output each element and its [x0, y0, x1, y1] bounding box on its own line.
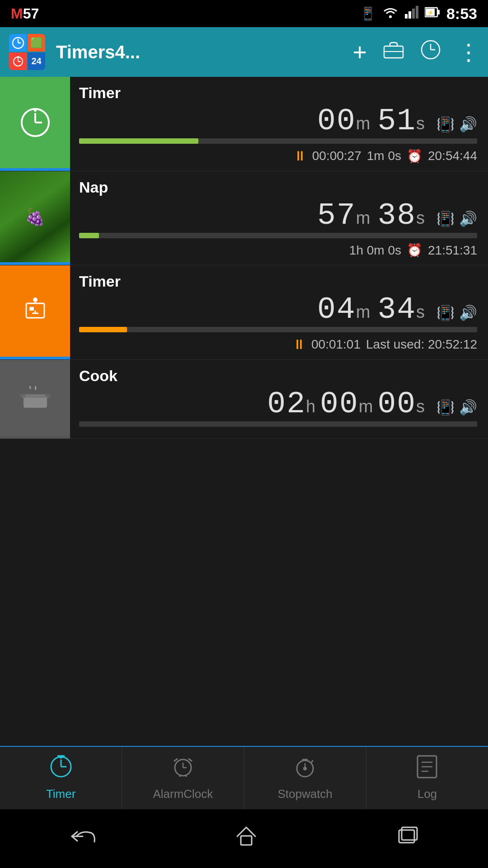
timer-elapsed-1: 00:00:27 — [312, 149, 361, 163]
pause-icon-1: ⏸ — [293, 148, 307, 164]
svg-rect-30 — [29, 307, 34, 311]
svg-rect-2 — [408, 11, 411, 19]
timer-elapsed-3: 00:01:01 — [311, 337, 361, 352]
add-button[interactable]: + — [352, 38, 367, 66]
battery-icon: ⚡ — [425, 6, 440, 22]
svg-rect-4 — [416, 6, 418, 19]
svg-text:⚡: ⚡ — [427, 9, 434, 16]
app-logo: 🟩 24 — [9, 34, 45, 70]
sys-nav — [0, 809, 488, 868]
svg-rect-1 — [405, 14, 408, 19]
nav-timer[interactable]: Timer — [0, 747, 122, 809]
timer-name-1: Timer — [79, 84, 477, 102]
progress-bar-2 — [79, 233, 477, 238]
nav-alarmclock-icon — [171, 755, 195, 783]
timer-display-1: 00 m 51 s 📳 🔊 — [79, 104, 477, 138]
timer-thumb-img-3 — [0, 265, 70, 357]
progress-fill-2 — [79, 233, 99, 238]
timer-total-1: 1m 0s — [367, 149, 401, 163]
app-bar-actions: + ⋮ — [352, 38, 479, 66]
timer-name-4: Cook — [79, 367, 477, 385]
timer-item-3[interactable]: Timer 04 m 34 s 📳 🔊 ⏸ 00:01:01 Last used… — [0, 265, 488, 360]
svg-line-52 — [311, 760, 313, 762]
recents-button[interactable] — [396, 826, 419, 851]
sound-icon-1: 🔊 — [459, 116, 477, 133]
more-menu-button[interactable]: ⋮ — [457, 39, 479, 65]
svg-line-43 — [174, 759, 178, 761]
nav-log-icon — [416, 755, 438, 783]
logo-q4: 24 — [28, 52, 45, 70]
timer-item-2[interactable]: 🍇 Nap 57 m 38 s 📳 🔊 1h 0m 0s ⏰ 21 — [0, 171, 488, 265]
timer-total-2: 1h 0m 0s — [349, 243, 401, 258]
logo-q2: 🟩 — [28, 34, 45, 52]
timer-thumb-4 — [0, 360, 70, 439]
svg-rect-34 — [45, 394, 51, 397]
vibrate-icon-1: 📳 — [436, 116, 455, 133]
timer-alarm-2: 21:51:31 — [428, 243, 477, 258]
timer-min-1: 00 — [317, 104, 356, 138]
timer-status-3: ⏸ 00:01:01 Last used: 20:52:12 — [79, 337, 477, 352]
world-clock-icon[interactable] — [420, 39, 441, 65]
timer-content-1: Timer 00 m 51 s 📳 🔊 ⏸ 00:00:27 1m 0s ⏰ 2… — [70, 77, 488, 171]
timer-display-3: 04 m 34 s 📳 🔊 — [79, 292, 477, 327]
rotate-icon: 📱 — [360, 6, 376, 21]
timer-item-1[interactable]: Timer 00 m 51 s 📳 🔊 ⏸ 00:00:27 1m 0s ⏰ 2… — [0, 77, 488, 171]
vibrate-icon-4: 📳 — [436, 399, 455, 416]
timer-indicator-1 — [0, 168, 70, 171]
svg-point-24 — [34, 109, 37, 112]
timer-list: Timer 00 m 51 s 📳 🔊 ⏸ 00:00:27 1m 0s ⏰ 2… — [0, 77, 488, 746]
svg-point-15 — [17, 56, 19, 58]
alarm-icon-2: ⏰ — [407, 243, 422, 258]
nav-stopwatch[interactable]: Stopwatch — [244, 747, 366, 809]
nav-stopwatch-label: Stopwatch — [277, 787, 332, 801]
progress-bar-4 — [79, 421, 477, 427]
svg-line-44 — [188, 759, 192, 761]
sound-icon-3: 🔊 — [459, 304, 477, 321]
timer-last-used-3: Last used: 20:52:12 — [366, 337, 477, 352]
timer-content-3: Timer 04 m 34 s 📳 🔊 ⏸ 00:01:01 Last used… — [70, 265, 488, 359]
timer-min-4: 00 — [320, 387, 359, 421]
logo-q1 — [9, 34, 27, 52]
back-button[interactable] — [69, 826, 96, 851]
briefcase-icon[interactable] — [383, 41, 404, 63]
timer-sec-2: 38 — [377, 198, 416, 233]
timer-name-2: Nap — [79, 179, 477, 196]
progress-bar-3 — [79, 327, 477, 332]
timer-thumb-img-4 — [0, 360, 70, 436]
progress-fill-1 — [79, 138, 198, 144]
timer-thumb-2: 🍇 — [0, 171, 70, 265]
timer-sec-3: 34 — [377, 292, 416, 327]
nav-log-label: Log — [418, 787, 437, 801]
nav-timer-icon — [49, 755, 73, 783]
timer-thumb-1 — [0, 77, 70, 171]
svg-rect-6 — [437, 10, 440, 14]
svg-point-26 — [33, 297, 38, 302]
nav-alarmclock[interactable]: AlarmClock — [122, 747, 244, 809]
progress-fill-3 — [79, 327, 127, 332]
timer-thumb-3 — [0, 265, 70, 359]
pause-icon-3: ⏸ — [292, 337, 306, 352]
wifi-icon — [382, 6, 399, 22]
nav-timer-label: Timer — [46, 787, 75, 801]
svg-rect-33 — [20, 394, 25, 397]
sound-icon-4: 🔊 — [459, 399, 477, 416]
svg-rect-3 — [412, 9, 415, 19]
timer-thumb-img-1 — [0, 77, 70, 168]
timer-hrs-4: 02 — [267, 387, 306, 421]
signal-m: M — [11, 5, 23, 22]
timer-item-4[interactable]: Cook 02 h 00 m 00 s 📳 🔊 — [0, 360, 488, 439]
timer-content-2: Nap 57 m 38 s 📳 🔊 1h 0m 0s ⏰ 21:51:31 — [70, 171, 488, 265]
timer-sec-4: 00 — [377, 387, 416, 421]
timer-min-3: 04 — [317, 292, 356, 327]
nav-alarmclock-label: AlarmClock — [153, 787, 213, 801]
svg-rect-57 — [241, 836, 252, 845]
timer-status-1: ⏸ 00:00:27 1m 0s ⏰ 20:54:44 — [79, 148, 477, 164]
vibrate-icon-3: 📳 — [436, 304, 455, 321]
timer-content-4: Cook 02 h 00 m 00 s 📳 🔊 — [70, 360, 488, 439]
home-button[interactable] — [235, 825, 258, 852]
timer-display-4: 02 h 00 m 00 s 📳 🔊 — [79, 387, 477, 421]
nav-log[interactable]: Log — [366, 747, 488, 809]
timer-sec-1: 51 — [377, 104, 416, 138]
signal-number: 57 — [23, 5, 39, 22]
timer-indicator-4 — [0, 436, 70, 439]
